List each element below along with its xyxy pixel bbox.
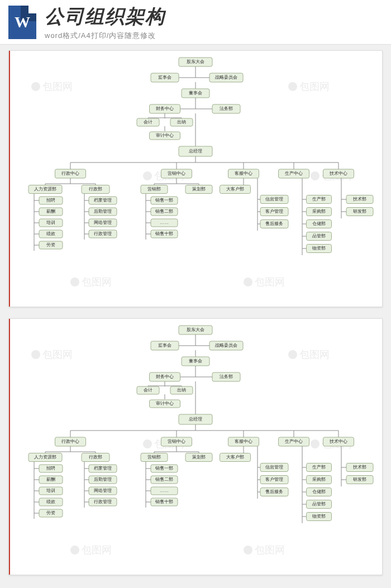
node-hr-4-label: 劳资	[46, 242, 55, 247]
node-legal-label: 法务部	[220, 106, 233, 111]
node-planning-label: 策划部	[192, 455, 206, 460]
node-prod-1-label: 采购部	[312, 209, 326, 214]
node-sales-2-label: ……	[160, 488, 169, 493]
svg-point-69	[311, 439, 320, 448]
node-key-account-label: 大客户部	[226, 455, 244, 460]
watermark: 包图网	[255, 544, 285, 556]
watermark: 包图网	[42, 81, 73, 92]
node-hr-2-label: 培训	[46, 220, 55, 225]
node-audit-label: 审计中心	[156, 133, 174, 138]
node-prod-2-label: 仓储部	[312, 221, 326, 226]
node-admin-1-label: 后勤管理	[94, 209, 112, 214]
node-service-0-label: 信息管理	[265, 465, 283, 470]
node-strategy-label: 战略委员会	[215, 75, 237, 80]
node-planning-label: 策划部	[192, 187, 206, 192]
node-tech-center-label: 技术中心	[329, 171, 347, 176]
node-sales-1-label: 销售二部	[155, 477, 173, 482]
page-container: 包图网包图网包图网包图网包图网包图网股东大会监事会战略委员会董事会财务中心法务部…	[0, 45, 391, 588]
svg-point-68	[143, 439, 152, 448]
node-tech-1-label: 研发部	[353, 477, 366, 482]
node-admin-center-label: 行政中心	[61, 439, 79, 444]
svg-point-0	[31, 82, 40, 91]
node-sales-3-label: 销售十部	[155, 499, 173, 504]
node-accounting-label: 会计	[144, 119, 152, 125]
node-gm-label: 总经理	[188, 417, 202, 422]
svg-point-4	[70, 278, 79, 286]
node-supervisor-label: 监事会	[158, 343, 171, 348]
node-service-0-label: 信息管理	[265, 197, 283, 202]
node-marketing-center-label: 营销中心	[168, 439, 185, 444]
node-tech-0-label: 技术部	[352, 465, 366, 470]
node-hr-0-label: 招聘	[46, 198, 55, 203]
node-finance-label: 财务中心	[156, 374, 174, 379]
node-hr-1-label: 薪酬	[46, 477, 55, 482]
node-prod-4-label: 物资部	[312, 246, 326, 251]
node-admin-0-label: 档案管理	[93, 198, 112, 203]
watermark: 包图网	[299, 349, 330, 360]
node-prod-1-label: 采购部	[312, 477, 326, 482]
node-prod-3-label: 品管部	[312, 501, 326, 506]
node-finance-label: 财务中心	[156, 106, 174, 111]
node-gm-label: 总经理	[188, 149, 202, 154]
svg-point-71	[244, 546, 252, 554]
node-admin-0-label: 档案管理	[93, 466, 112, 471]
watermark: 包图网	[82, 544, 112, 556]
node-prod-0-label: 生产部	[312, 197, 326, 202]
node-accounting-label: 会计	[144, 388, 152, 393]
watermark: 包图网	[299, 81, 330, 92]
header-text: 公司组织架构 word格式/A4打印/内容随意修改	[45, 4, 383, 41]
watermark: 包图网	[82, 276, 112, 288]
node-hr-1-label: 薪酬	[46, 209, 55, 214]
node-admin-2-label: 网络管理	[94, 488, 112, 493]
svg-point-2	[143, 171, 152, 180]
node-cashier-label: 出纳	[177, 388, 186, 393]
node-prod-4-label: 物资部	[312, 514, 326, 519]
node-production-center-label: 生产中心	[285, 439, 303, 444]
node-production-center-label: 生产中心	[285, 171, 303, 176]
node-board-label: 董事会	[189, 358, 202, 364]
node-board-label: 董事会	[189, 90, 202, 95]
word-icon	[8, 6, 36, 39]
node-marketing-center-label: 营销中心	[168, 171, 185, 176]
node-prod-2-label: 仓储部	[312, 489, 326, 494]
node-admin-2-label: 网络管理	[94, 220, 112, 225]
svg-point-1	[288, 82, 297, 91]
node-root-label: 股东大会	[187, 327, 204, 332]
watermark: 包图网	[42, 349, 73, 360]
node-prod-0-label: 生产部	[312, 465, 326, 470]
document-page-2: 包图网包图网包图网包图网包图网包图网股东大会监事会战略委员会董事会财务中心法务部…	[8, 318, 383, 575]
node-cashier-label: 出纳	[177, 119, 186, 125]
node-prod-3-label: 品管部	[312, 233, 326, 238]
node-sales-1-label: 销售二部	[155, 209, 173, 214]
svg-point-5	[244, 278, 252, 286]
node-key-account-label: 大客户部	[226, 187, 244, 192]
node-admin-dept-label: 行政部	[89, 455, 102, 460]
node-legal-label: 法务部	[220, 374, 233, 379]
node-strategy-label: 战略委员会	[215, 343, 237, 348]
watermark: 包图网	[255, 276, 285, 288]
node-service-2-label: 售后服务	[265, 489, 283, 494]
node-admin-3-label: 行政管理	[94, 499, 112, 504]
node-hr-3-label: 绩效	[46, 231, 55, 236]
node-supervisor-label: 监事会	[158, 75, 171, 80]
page-subtitle: word格式/A4打印/内容随意修改	[45, 31, 383, 41]
node-sales-2-label: ……	[160, 220, 169, 225]
node-hr-3-label: 绩效	[46, 499, 55, 504]
node-sales-0-label: 销售一部	[155, 466, 173, 471]
node-tech-1-label: 研发部	[353, 209, 366, 214]
node-tech-0-label: 技术部	[352, 197, 366, 202]
node-sales-3-label: 销售十部	[155, 231, 173, 236]
page-title: 公司组织架构	[45, 4, 383, 30]
node-marketing-label: 营销部	[147, 455, 161, 460]
svg-point-67	[288, 350, 297, 359]
node-marketing-label: 营销部	[147, 187, 161, 192]
svg-point-3	[311, 171, 320, 180]
node-service-1-label: 客户管理	[265, 477, 283, 482]
node-admin-dept-label: 行政部	[89, 187, 102, 192]
node-admin-1-label: 后勤管理	[94, 477, 112, 482]
svg-point-70	[70, 546, 79, 554]
node-service-2-label: 售后服务	[265, 221, 283, 226]
node-admin-center-label: 行政中心	[61, 171, 79, 176]
node-service-center-label: 客服中心	[235, 171, 252, 176]
node-root-label: 股东大会	[187, 59, 204, 64]
